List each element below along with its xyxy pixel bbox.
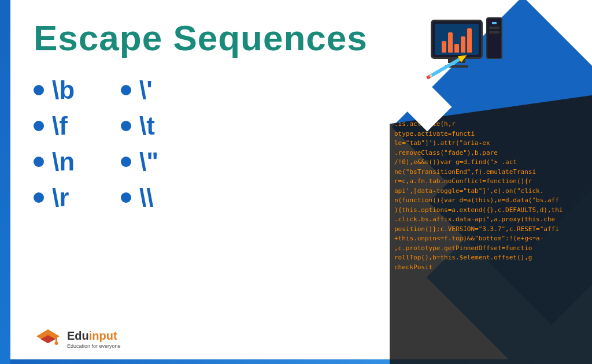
bullet-dot — [34, 157, 44, 167]
logo-area: Edu input Education for everyone — [34, 325, 121, 354]
escape-t: \t — [139, 112, 155, 140]
list-item: \b — [34, 76, 75, 105]
list-item: \\ — [121, 183, 158, 212]
chart-bar — [448, 32, 453, 53]
chart-bar — [454, 44, 459, 53]
left-bar — [0, 0, 10, 364]
logo-input: input — [89, 329, 117, 343]
list-item: \r — [34, 183, 75, 212]
tower-light — [492, 22, 497, 24]
escape-b: \b — [52, 76, 75, 105]
chart-bar — [461, 36, 465, 53]
logo-tagline: Education for everyone — [67, 343, 121, 349]
escape-n: \n — [52, 147, 75, 176]
bullet-dot — [121, 157, 131, 167]
escape-dq: \" — [139, 147, 158, 176]
bullet-dot — [121, 121, 131, 131]
list-item: \f — [34, 112, 75, 140]
computer-tower — [486, 17, 502, 59]
monitor-screen — [435, 24, 479, 55]
monitor — [431, 20, 483, 59]
escape-sq: \' — [139, 76, 153, 105]
bullet-dot — [121, 192, 131, 203]
computer-icon — [431, 17, 502, 59]
screen-chart — [435, 24, 479, 55]
list-left: \b \f \n \r — [34, 76, 75, 219]
logo-text: Edu input Education for everyone — [67, 329, 121, 349]
logo-edu: Edu — [67, 329, 89, 343]
logo-brand: Edu input — [67, 329, 121, 343]
bullet-dot — [34, 85, 44, 95]
code-overlay: ace(); .w.bs.tab .is.activate(h,r otype.… — [390, 95, 592, 364]
escape-r: \r — [52, 183, 69, 212]
list-item: \n — [34, 147, 75, 176]
svg-point-3 — [55, 341, 58, 345]
bullet-dot — [34, 121, 44, 131]
tower-disk — [489, 31, 500, 34]
chart-bar — [467, 28, 472, 53]
bullet-dot — [121, 85, 131, 95]
escape-bs: \\ — [139, 183, 153, 212]
list-item: \' — [121, 76, 158, 105]
bullet-dot — [34, 192, 44, 203]
tower-disk — [489, 27, 500, 29]
escape-f: \f — [52, 112, 68, 140]
chart-bar — [442, 41, 446, 53]
list-item: \t — [121, 112, 158, 140]
logo-icon — [34, 325, 62, 354]
list-right: \' \t \" \\ — [121, 76, 158, 219]
list-item: \" — [121, 147, 158, 176]
